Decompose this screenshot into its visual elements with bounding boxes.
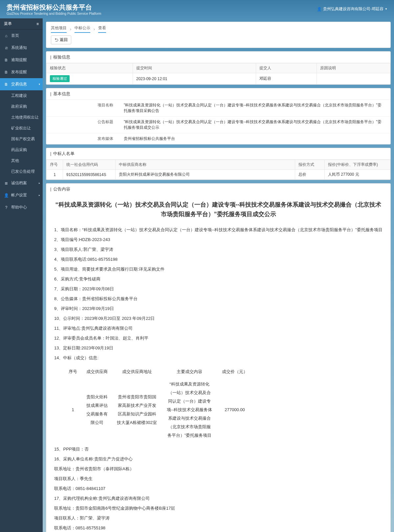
nav-icon: ≣ xyxy=(4,181,9,186)
breadcrumb-panel: 其他项目 › 中标公示 › 查看 ⮌ 返回 xyxy=(46,22,391,48)
sidebar-sub-item[interactable]: 工程建设 xyxy=(0,90,43,101)
notice-line: 2、项目编号:HDZB-2023-243 xyxy=(54,235,383,244)
table-row: 1 贵阳火炬科技成果评估交易服务有限公司 贵州省贵阳市贵阳国家高新技术产业开发区… xyxy=(64,378,252,442)
th: 提交人 xyxy=(256,63,317,73)
info-value: "科技成果及资源转化（一站）技术交易及合同认定（一台）建设专项--科技技术交易服… xyxy=(119,100,390,116)
main-content: 其他项目 › 中标公示 › 查看 ⮌ 返回 核验信息 核验状态 提交时间 提交人… xyxy=(43,18,394,532)
breadcrumb-sep: › xyxy=(70,27,71,32)
sidebar-sub-item[interactable]: 政府采购 xyxy=(0,101,43,112)
sidebar-sub-item[interactable]: 国有产权交易 xyxy=(0,134,43,144)
app-title-zh: 贵州省招标投标公共服务平台 xyxy=(7,3,101,12)
nav-icon: 🗎 xyxy=(4,82,9,87)
th: 报价(中标价、下浮率或费率) xyxy=(325,160,390,170)
back-label: 返回 xyxy=(60,37,68,43)
nav-label: 发布提醒 xyxy=(11,69,27,75)
verify-table: 核验状态 提交时间 提交人 原因说明 核验通过 2023-09-20 12:01… xyxy=(46,63,390,84)
breadcrumb-item[interactable]: 其他项目 xyxy=(51,25,67,33)
notice-line: 联系电话：0851-84841107 xyxy=(54,484,383,493)
nav-icon: 👤 xyxy=(4,193,9,198)
notice-line: 11、评审地点:贵州弘典建设咨询有限公司 xyxy=(54,324,383,333)
user-name: 贵州弘典建设咨询有限公司-邓廷容 xyxy=(323,6,383,12)
cell: 2023-09-20 12:01 xyxy=(133,73,256,84)
chevron-down-icon: ▼ xyxy=(385,8,387,11)
nav-icon: ⌂ xyxy=(4,33,9,38)
nav-icon: ? xyxy=(4,205,9,210)
panel-title: 中标人名单 xyxy=(46,148,390,160)
panel-title: 基本信息 xyxy=(46,88,390,100)
notice-body: “科技成果及资源转化（一站）技术交易及合同认定（一台）建设专项--科技技术交易服… xyxy=(46,195,390,532)
chevron-icon: ▸ xyxy=(39,194,40,197)
sidebar-item[interactable]: ?帮助中心 xyxy=(0,201,43,213)
hamburger-icon[interactable]: ≡ xyxy=(36,22,39,26)
notice-line: 联系地址：贵阳市金阳南路6号世纪金源购物中心商务楼B座17层 xyxy=(54,504,383,513)
sidebar-item[interactable]: 👤帐户设置▸ xyxy=(0,189,43,201)
notice-line: 13、定标日期:2023年09月19日 xyxy=(54,344,383,352)
sidebar-sub-item[interactable]: 药品采购 xyxy=(0,144,43,155)
winner-panel: 中标人名单 序号 统一社会信用代码 中标供应商名称 报价方式 报价(中标价、下浮… xyxy=(46,148,391,180)
back-arrow-icon: ⮌ xyxy=(55,38,58,42)
notice-line: 8、公告媒体：贵州省招标投标公共服务平台 xyxy=(54,295,383,303)
panel-title: 公告内容 xyxy=(46,184,390,195)
notice-line: 17、采购代理机构全称:贵州弘典建设咨询有限公司 xyxy=(54,494,383,503)
nav-icon: 🗎 xyxy=(4,70,9,75)
sidebar-sub-item[interactable]: 已发公告处理 xyxy=(0,166,43,177)
verify-panel: 核验信息 核验状态 提交时间 提交人 原因说明 核验通过 2023-09-20 … xyxy=(46,51,391,85)
notice-line: 联系电话：0851-85755198 xyxy=(54,524,383,532)
info-value: "科技成果及资源转化（一站）技术交易及合同认定（一台）建设专项--科技技术交易服… xyxy=(119,117,390,133)
nav-label: 交易信息 xyxy=(11,81,27,87)
nav-label: 帐户设置 xyxy=(11,192,27,198)
sidebar-item[interactable]: 🗎交易信息▾ xyxy=(0,78,43,90)
sidebar-item[interactable]: ⎚系统通知 xyxy=(0,42,43,54)
breadcrumb-item[interactable]: 中标公示 xyxy=(75,25,90,33)
notice-line: 1、项目名称：“科技成果及资源转化（一站）技术交易及合同认定（一台）建设专项--… xyxy=(54,226,383,234)
sidebar-item[interactable]: 🗎逾期提醒 xyxy=(0,54,43,66)
notice-line: 联系地址：贵州省贵阳市（泰祥国际A栋） xyxy=(54,465,383,473)
th: 原因说明 xyxy=(317,63,390,73)
notice-line: 9、评审时间：2023年09月19日 xyxy=(54,304,383,313)
sidebar-item[interactable]: ⌂首页 xyxy=(0,30,43,42)
sidebar-title: 菜单 xyxy=(4,21,12,27)
info-row: 项目名称"科技成果及资源转化（一站）技术交易及合同认定（一台）建设专项--科技技… xyxy=(46,100,390,117)
notice-line: 项目联系人：郭广荣、梁宇涛 xyxy=(54,514,383,522)
status-badge: 核验通过 xyxy=(50,75,70,82)
info-row: 公告标题"科技成果及资源转化（一站）技术交易及合同认定（一台）建设专项--科技技… xyxy=(46,117,390,133)
notice-line: 10、公示时间：2023年09月20日至 2023 年09月22日 xyxy=(54,314,383,323)
chevron-icon: ▸ xyxy=(39,182,40,185)
breadcrumb: 其他项目 › 中标公示 › 查看 xyxy=(51,25,386,33)
app-title-en: GuiZhou Province Tendering and Bidding P… xyxy=(7,12,101,15)
th: 中标供应商名称 xyxy=(116,160,295,170)
sidebar-item[interactable]: 🗎发布提醒 xyxy=(0,66,43,78)
back-button[interactable]: ⮌ 返回 xyxy=(51,35,71,44)
info-label: 公告标题 xyxy=(46,117,119,133)
app-header: 贵州省招标投标公共服务平台 GuiZhou Province Tendering… xyxy=(0,0,394,18)
notice-line: 15、PPP项目：否 xyxy=(54,445,383,454)
notice-title: “科技成果及资源转化（一站）技术交易及合同认定（一台）建设专项--科技技术交易服… xyxy=(54,200,383,219)
notice-line: 6、采购方式:竞争性磋商 xyxy=(54,275,383,283)
info-row: 发布媒体贵州省招标投标公共服务平台 xyxy=(46,133,390,144)
th: 核验状态 xyxy=(47,63,133,73)
nav-icon: ⎚ xyxy=(4,46,9,50)
notice-line: 4、项目联系电话:0851-85755198 xyxy=(54,255,383,264)
sidebar-sub-item[interactable]: 矿业权出让 xyxy=(0,123,43,134)
user-menu[interactable]: 👤 贵州弘典建设咨询有限公司-邓廷容 ▼ xyxy=(317,6,387,12)
notice-line: 16、采购人单位名称:贵阳生产力促进中心 xyxy=(54,455,383,463)
notice-line: 12、评审委员会成员名单：叶国法、赵立、肖利平 xyxy=(54,334,383,343)
notice-panel: 公告内容 “科技成果及资源转化（一站）技术交易及合同认定（一台）建设专项--科技… xyxy=(46,183,391,532)
sidebar-header: 菜单 ≡ xyxy=(0,18,43,30)
deal-table: 序号 成交供应商 成交供应商地址 主要成交内容 成交价（元） 1 贵阳火炬科技成… xyxy=(64,366,252,442)
notice-line: 14、中标（成交）信息: xyxy=(54,354,383,362)
sidebar-sub-item[interactable]: 土地使用权出让 xyxy=(0,112,43,123)
sidebar-item[interactable]: ≣诚信档案▸ xyxy=(0,177,43,189)
th: 统一社会信用代码 xyxy=(63,160,116,170)
notice-line: 5、项目用途、简要技术要求及合同履行日期:详见采购文件 xyxy=(54,265,383,274)
nav-icon: 🗎 xyxy=(4,58,9,62)
breadcrumb-sep: › xyxy=(94,27,95,32)
th: 报价方式 xyxy=(295,160,325,170)
brand: 贵州省招标投标公共服务平台 GuiZhou Province Tendering… xyxy=(7,3,101,15)
info-value: 贵州省招标投标公共服务平台 xyxy=(119,133,390,144)
nav-label: 逾期提醒 xyxy=(11,57,27,63)
sidebar-sub-item[interactable]: 其他 xyxy=(0,155,43,166)
chevron-icon: ▾ xyxy=(39,83,40,86)
table-row: 核验通过 2023-09-20 12:01 邓廷容 xyxy=(47,73,390,84)
table-row: 1 91520115599358614S 贵阳火炬科技成果评估交易服务有限公司 … xyxy=(47,170,390,180)
